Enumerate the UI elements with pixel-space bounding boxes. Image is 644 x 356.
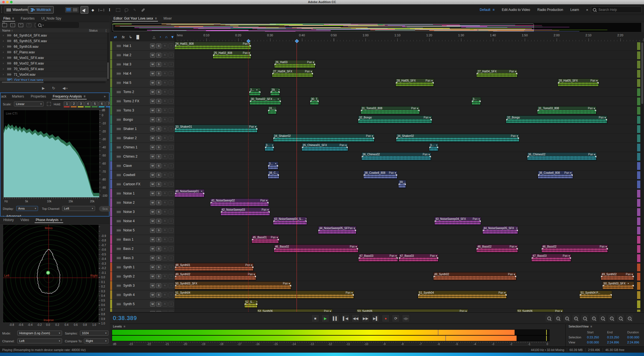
track-name[interactable]: Toms 2 (123, 90, 134, 94)
audio-clip[interactable]: 27_Hat04_SFXPan ▾ (272, 69, 313, 78)
file-row[interactable]: Got Your Love.sesx (0, 77, 107, 81)
record-arm-button[interactable]: R (162, 154, 167, 159)
record-arm-button[interactable]: R (162, 311, 167, 312)
files-search-dropdown-icon[interactable]: ▾ (42, 24, 44, 27)
mute-button[interactable]: M (150, 200, 155, 205)
input-monitor-button[interactable]: I (169, 265, 174, 270)
lasso-selection-tool[interactable] (122, 6, 130, 14)
clip-pan-control[interactable]: Pan ▾ (626, 273, 634, 276)
audio-clip[interactable]: 33_Shaker01Pan ▾ (175, 125, 258, 133)
fade-out-handle[interactable] (278, 91, 280, 93)
mute-button[interactable]: M (150, 210, 155, 214)
track-lane[interactable]: 25_Hat02_808Pan ▾ (175, 51, 634, 60)
routing-icon[interactable]: ↳ (127, 34, 134, 39)
record-arm-button[interactable]: R (162, 62, 167, 67)
input-monitor-button[interactable]: I (169, 191, 174, 196)
track-name[interactable]: Synth 3 (123, 284, 135, 288)
fast-forward-button[interactable]: ▶▶ (362, 314, 370, 322)
tab-editor[interactable]: Editor: Got Your Love.sesx≡ (110, 15, 160, 22)
record-arm-button[interactable]: R (162, 44, 167, 48)
input-monitor-button[interactable]: I (169, 293, 174, 297)
waveform-view-button[interactable]: Waveform (4, 6, 30, 13)
mute-button[interactable]: M (150, 191, 155, 196)
fade-out-handle[interactable] (395, 174, 397, 176)
expand-chevron-icon[interactable]: › (3, 45, 5, 48)
track-color-square[interactable] (637, 143, 641, 152)
track-lane[interactable]: 50_Synth03_SFXPan ▾50_Synth03_SFX▾ (175, 281, 634, 290)
clip-pan-control[interactable]: Pan ▾ (245, 264, 254, 267)
overview-view-box[interactable] (113, 23, 534, 31)
track-header[interactable]: Bass 3MSRI (110, 253, 175, 262)
workspace-learn[interactable]: Learn (570, 8, 579, 12)
fade-out-handle[interactable] (404, 184, 406, 185)
track-header[interactable]: Cartoon FXMSRI (110, 180, 175, 189)
track-color-square[interactable] (637, 217, 641, 226)
file-row[interactable]: ›70_Vox03_SFX.wav (0, 66, 107, 72)
hold-button-5[interactable]: 5 (92, 101, 98, 107)
zoom-to-selection-button[interactable]: + (564, 315, 570, 322)
fade-out-handle[interactable] (396, 257, 398, 259)
tab-frequency-analysis[interactable]: Frequency Analysis≡ (49, 93, 89, 100)
record-arm-button[interactable]: R (162, 127, 167, 131)
clip-pan-control[interactable]: Pan ▾ (324, 310, 332, 312)
fade-out-handle[interactable] (289, 285, 291, 287)
audio-clip[interactable]: 53_Synth06Pan ▾ (517, 309, 564, 312)
track-name[interactable]: Noise 3 (123, 210, 135, 214)
track-color-square[interactable] (637, 162, 641, 170)
fade-in-handle[interactable] (418, 294, 420, 296)
track-lane[interactable]: 39_... (175, 180, 634, 189)
help-search-box[interactable] (591, 6, 642, 13)
track-header[interactable]: Hat 3MSRI (110, 60, 175, 69)
input-monitor-button[interactable]: I (169, 219, 174, 224)
audio-clip[interactable]: 25_Hat02_808Pan ▾ (213, 51, 251, 59)
audio-clip[interactable]: 38_Cowbell_808Pan ▾ (363, 171, 397, 179)
audio-clip[interactable]: 49_Synth02Pan ▾ (175, 272, 256, 281)
fade-out-handle[interactable] (479, 101, 481, 102)
selview-value[interactable]: 0:23.250 (607, 336, 619, 339)
clip-dropdown-icon[interactable]: ▾ (436, 144, 437, 146)
fade-in-handle[interactable] (477, 248, 479, 250)
record-arm-button[interactable]: R (162, 237, 167, 242)
clip-pan-control[interactable]: Pan ▾ (249, 125, 257, 128)
track-lane[interactable]: 33_Shaker01Pan ▾ (175, 124, 634, 133)
solo-button[interactable]: S (156, 274, 161, 279)
solo-button[interactable]: S (156, 71, 161, 76)
tracks-vertical-scrollbar[interactable] (641, 41, 643, 311)
clip-pan-control[interactable]: Pan ▾ (430, 254, 438, 257)
record-arm-button[interactable]: R (162, 71, 167, 76)
audio-clip[interactable]: 3... (472, 97, 481, 105)
preview-loop-button[interactable]: ↻ (52, 86, 55, 90)
track-color-square[interactable] (637, 97, 641, 106)
tab-markers[interactable]: Markers (9, 93, 27, 100)
track-lane[interactable]: 30_Toms02_SFX ...▾30_T...3... (175, 97, 634, 106)
audio-clip[interactable]: 36_Chimes02Pan ▾ (527, 152, 597, 161)
mute-button[interactable]: M (150, 145, 155, 150)
input-monitor-button[interactable]: I (169, 210, 174, 214)
expand-chevron-icon[interactable]: › (3, 67, 5, 70)
spot-healing-brush-tool[interactable] (139, 6, 147, 14)
clip-pan-control[interactable]: Pan ▾ (588, 153, 596, 156)
track-color-square[interactable] (637, 226, 641, 235)
fade-in-handle[interactable] (532, 257, 534, 259)
open-file-icon[interactable] (2, 23, 7, 27)
fade-in-handle[interactable] (601, 276, 603, 277)
audio-clip[interactable]: 42_NoiseSweep03Pan ▾ (221, 208, 270, 216)
playhead-line[interactable] (297, 41, 297, 312)
record-arm-button[interactable]: R (162, 256, 167, 260)
track-header[interactable]: Shaker 2MSRI (110, 134, 175, 143)
clip-pan-control[interactable]: Pan ▾ (271, 236, 279, 239)
clip-pan-control[interactable]: Pan ▾ (473, 217, 481, 220)
selection-view-menu-icon[interactable]: ≡ (590, 325, 592, 328)
files-search-box[interactable]: ▾ (36, 22, 79, 28)
phase-graph[interactable]: MonoLeftRightInverse (3, 224, 99, 323)
fade-in-handle[interactable] (399, 184, 401, 185)
track-name[interactable]: Noise 1 (123, 191, 135, 195)
fade-out-handle[interactable] (277, 239, 279, 241)
solo-button[interactable]: S (156, 53, 161, 58)
clip-pan-control[interactable]: Pan ▾ (599, 116, 607, 119)
input-monitor-button[interactable]: I (169, 90, 174, 94)
audio-clip[interactable]: 47_Bass03Pan ▾ (358, 254, 398, 262)
track-lane[interactable]: 52_S...▾ (175, 300, 634, 308)
clip-pan-control[interactable]: Pan ▾ (243, 42, 251, 45)
track-header[interactable]: Chimes 1MSRI (110, 143, 175, 152)
